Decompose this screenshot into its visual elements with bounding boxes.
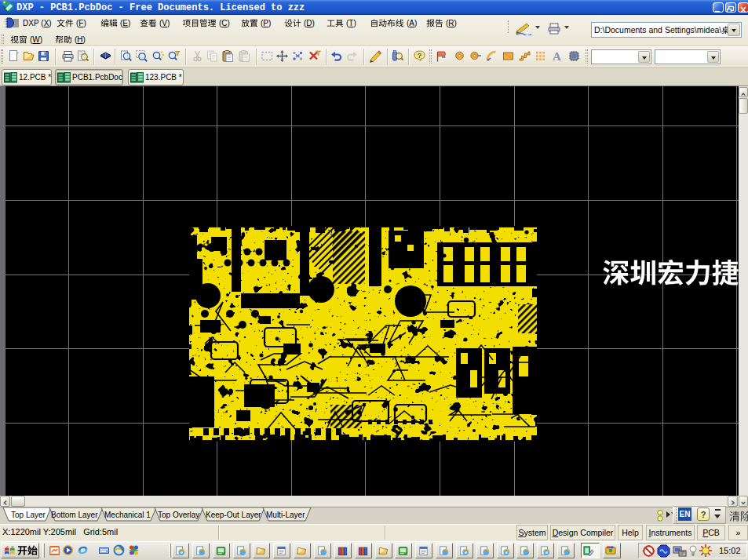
svg-text:e: e — [545, 549, 548, 555]
svg-text:A: A — [553, 50, 561, 63]
svg-text:e: e — [505, 549, 508, 555]
svg-text:?: ? — [418, 51, 422, 60]
svg-text:e: e — [181, 549, 183, 555]
svg-text:e: e — [465, 549, 467, 555]
